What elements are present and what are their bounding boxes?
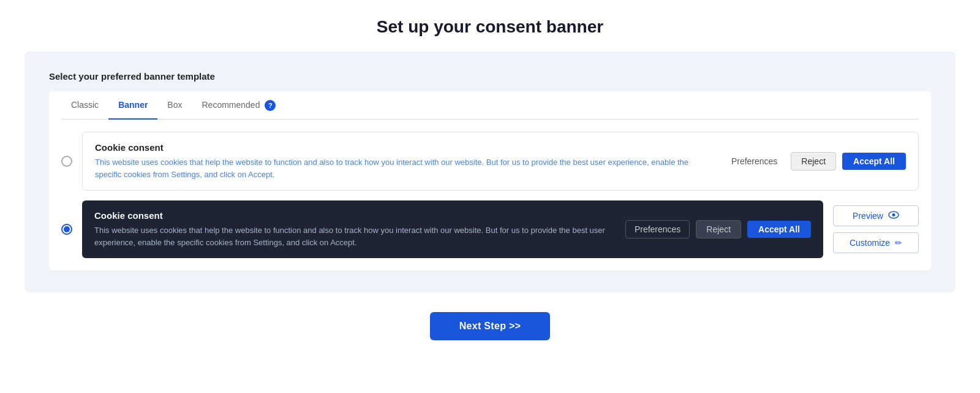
- banner-light-title: Cookie consent: [95, 142, 712, 153]
- template-row-light: Cookie consent This website uses cookies…: [61, 132, 919, 191]
- banner-dark: Cookie consent This website uses cookies…: [82, 200, 823, 258]
- pencil-icon: ✏: [895, 238, 902, 248]
- help-icon[interactable]: ?: [265, 100, 276, 111]
- bottom-row: Next Step >>: [430, 312, 551, 340]
- banner-dark-desc: This website uses cookies that help the …: [94, 224, 613, 248]
- banner-dark-text: Cookie consent This website uses cookies…: [94, 210, 613, 248]
- banner-dark-title: Cookie consent: [94, 210, 613, 221]
- side-actions: Preview Customize ✏: [833, 205, 919, 253]
- banner-dark-buttons: Preferences Reject Accept All: [625, 220, 811, 238]
- radio-light[interactable]: [61, 156, 72, 167]
- banner-light-buttons: Preferences Reject Accept All: [724, 152, 906, 170]
- svg-point-1: [892, 213, 895, 216]
- tabs-row: Classic Banner Box Recommended ?: [61, 91, 919, 120]
- radio-dark[interactable]: [61, 224, 72, 235]
- eye-icon: [888, 211, 899, 221]
- dark-template-row-wrapper: Cookie consent This website uses cookies…: [61, 200, 919, 258]
- reject-button-light[interactable]: Reject: [791, 152, 836, 170]
- templates-area: Cookie consent This website uses cookies…: [61, 120, 919, 270]
- main-container: Select your preferred banner template Cl…: [24, 52, 956, 292]
- tabs-container: Classic Banner Box Recommended ? Cookie …: [49, 91, 931, 270]
- banner-light-desc: This website uses cookies that help the …: [95, 156, 712, 180]
- customize-button[interactable]: Customize ✏: [833, 232, 919, 253]
- tab-banner[interactable]: Banner: [108, 91, 157, 120]
- template-row-dark: Cookie consent This website uses cookies…: [61, 200, 823, 258]
- next-step-button[interactable]: Next Step >>: [430, 312, 551, 340]
- preview-button[interactable]: Preview: [833, 205, 919, 226]
- preferences-button-dark[interactable]: Preferences: [625, 220, 690, 238]
- banner-light-text: Cookie consent This website uses cookies…: [95, 142, 712, 180]
- banner-light: Cookie consent This website uses cookies…: [82, 132, 919, 191]
- reject-button-dark[interactable]: Reject: [696, 220, 741, 238]
- page-title: Set up your consent banner: [377, 0, 603, 52]
- accept-all-button-light[interactable]: Accept All: [842, 153, 906, 170]
- tab-recommended[interactable]: Recommended ?: [192, 91, 285, 120]
- tab-classic[interactable]: Classic: [61, 91, 108, 120]
- preferences-button-light[interactable]: Preferences: [724, 153, 785, 170]
- accept-all-button-dark[interactable]: Accept All: [747, 221, 811, 238]
- tab-box[interactable]: Box: [157, 91, 192, 120]
- section-label: Select your preferred banner template: [49, 71, 931, 82]
